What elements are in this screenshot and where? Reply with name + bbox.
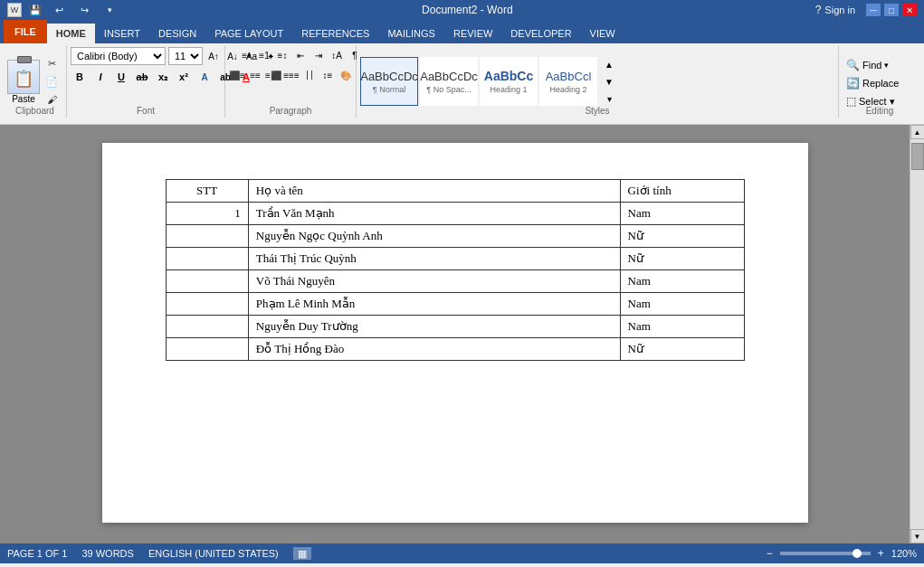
table-header-gender: Giới tính — [620, 180, 744, 203]
line-spacing-button[interactable]: ↕≡ — [319, 67, 336, 83]
cell-stt — [166, 225, 248, 248]
tab-home[interactable]: HOME — [47, 24, 95, 43]
customize-qat-button[interactable]: ▾ — [100, 2, 119, 18]
tab-design[interactable]: DESIGN — [149, 24, 205, 43]
table-row: 1Trần Văn MạnhNam — [166, 203, 744, 225]
vertical-scrollbar[interactable]: ▲ ▼ — [910, 125, 924, 543]
paste-button[interactable]: 📋 Paste — [7, 60, 40, 104]
close-button[interactable]: ✕ — [902, 4, 917, 16]
grow-font-button[interactable]: A↑ — [205, 48, 222, 64]
redo-button[interactable]: ↪ — [74, 2, 94, 18]
document-page: STT Họ và tên Giới tính 1Trần Văn MạnhNa… — [102, 143, 808, 523]
font-family-select[interactable]: Calibri (Body) — [71, 47, 166, 65]
font-group: Calibri (Body) 11 A↑ A↓ Aa ✦ B I U ab x₂… — [67, 45, 225, 118]
text-effects-button[interactable]: A — [195, 69, 214, 85]
editing-group: 🔍 Find ▾ 🔄 Replace ⬚ Select ▾ Editing — [839, 45, 920, 118]
table-row: Thái Thị Trúc QuỳnhNữ — [166, 248, 744, 270]
cell-stt — [166, 270, 248, 293]
paragraph-group: ≡• ≡1 ≡↕ ⇤ ⇥ ↕A ¶ ⬛≡ ≡≡ ≡⬛ ≡≡≡ ⏐⏐ ↕≡ 🎨 ▦… — [225, 45, 357, 118]
scrollbar-thumb[interactable] — [911, 143, 924, 170]
underline-button[interactable]: U — [112, 69, 130, 85]
find-button[interactable]: 🔍 Find ▾ — [843, 57, 915, 73]
align-right-button[interactable]: ≡⬛ — [265, 67, 281, 83]
zoom-slider[interactable] — [780, 552, 871, 555]
style-heading2[interactable]: AaBbCcl Heading 2 — [539, 57, 597, 106]
undo-button[interactable]: ↩ — [49, 2, 69, 18]
tab-review[interactable]: REVIEW — [444, 24, 501, 43]
cell-gender: Nam — [620, 270, 744, 293]
multilevel-list-button[interactable]: ≡↕ — [274, 47, 291, 63]
zoom-level: 120% — [891, 548, 917, 559]
replace-icon: 🔄 — [846, 77, 860, 90]
cell-name: Nguyễn Ngọc Quỳnh Anh — [248, 225, 620, 248]
ribbon: 📋 Paste ✂ 📄 🖌 Clipboard Calibri (Body) 1… — [0, 43, 924, 125]
editing-label: Editing — [839, 106, 920, 116]
cell-name: Trần Văn Mạnh — [248, 203, 620, 225]
clipboard-group: 📋 Paste ✂ 📄 🖌 Clipboard — [4, 45, 67, 118]
cell-gender: Nữ — [620, 225, 744, 248]
tab-mailings[interactable]: MAILINGS — [378, 24, 444, 43]
shading-button[interactable]: 🎨 — [338, 67, 354, 83]
font-size-select[interactable]: 11 — [168, 47, 203, 65]
app-icon: W — [7, 3, 22, 17]
cell-name: Phạm Lê Minh Mẫn — [248, 293, 620, 316]
table-header-stt: STT — [166, 180, 248, 203]
align-center-button[interactable]: ≡≡ — [247, 67, 263, 83]
decrease-indent-button[interactable]: ⇤ — [292, 47, 309, 63]
align-left-button[interactable]: ⬛≡ — [229, 67, 245, 83]
table-header-name: Họ và tên — [248, 180, 620, 203]
numbering-button[interactable]: ≡1 — [256, 47, 272, 63]
minimize-button[interactable]: ─ — [866, 4, 881, 16]
cell-name: Nguyễn Duy Trường — [248, 316, 620, 338]
cell-stt — [166, 338, 248, 361]
replace-button[interactable]: 🔄 Replace — [843, 75, 915, 91]
copy-button[interactable]: 📄 — [42, 73, 62, 90]
style-heading1[interactable]: AaBbCc Heading 1 — [480, 57, 538, 106]
save-button[interactable]: 💾 — [27, 2, 43, 18]
cell-gender: Nam — [620, 203, 744, 225]
table-row: Phạm Lê Minh MẫnNam — [166, 293, 744, 316]
page-layout-icon[interactable]: ▦ — [293, 547, 311, 560]
italic-button[interactable]: I — [91, 69, 110, 85]
cell-name: Võ Thái Nguyên — [248, 270, 620, 293]
subscript-button[interactable]: x₂ — [154, 69, 172, 85]
sort-button[interactable]: ↕A — [329, 47, 345, 63]
bold-button[interactable]: B — [71, 69, 89, 85]
justify-button[interactable]: ≡≡≡ — [283, 67, 300, 83]
sign-in-label[interactable]: Sign in — [824, 5, 855, 15]
styles-scroll-up[interactable]: ▲ — [601, 56, 617, 72]
increase-indent-button[interactable]: ⇥ — [310, 47, 327, 63]
cell-stt — [166, 248, 248, 270]
styles-more[interactable]: ▾ — [601, 90, 617, 107]
find-icon: 🔍 — [846, 59, 860, 71]
help-button[interactable]: ? — [815, 4, 822, 16]
table-row: Nguyễn Duy TrườngNam — [166, 316, 744, 338]
tab-view[interactable]: VIEW — [581, 24, 624, 43]
styles-scroll-down[interactable]: ▼ — [601, 73, 617, 90]
paragraph-label: Paragraph — [225, 106, 356, 116]
page-info: PAGE 1 OF 1 — [7, 548, 67, 559]
maximize-button[interactable]: □ — [884, 4, 899, 16]
bullets-button[interactable]: ≡• — [238, 47, 254, 63]
tab-page-layout[interactable]: PAGE LAYOUT — [205, 24, 292, 43]
word-count: 39 WORDS — [81, 548, 133, 559]
table-row: Nguyễn Ngọc Quỳnh AnhNữ — [166, 225, 744, 248]
cut-button[interactable]: ✂ — [42, 55, 62, 71]
table-row: Võ Thái NguyênNam — [166, 270, 744, 293]
tab-file[interactable]: FILE — [4, 20, 47, 43]
scroll-up-button[interactable]: ▲ — [910, 125, 925, 139]
document-scroll-area[interactable]: STT Họ và tên Giới tính 1Trần Văn MạnhNa… — [0, 125, 910, 543]
tab-references[interactable]: REFERENCES — [292, 24, 378, 43]
scroll-down-button[interactable]: ▼ — [910, 529, 925, 543]
column-button[interactable]: ⏐⏐ — [301, 67, 318, 83]
cell-name: Đỗ Thị Hồng Đào — [248, 338, 620, 361]
style-normal[interactable]: AaBbCcDc ¶ Normal — [360, 57, 418, 106]
tab-developer[interactable]: DEVELOPER — [501, 24, 580, 43]
zoom-out-button[interactable]: − — [767, 547, 773, 560]
superscript-button[interactable]: x² — [175, 69, 193, 85]
zoom-in-button[interactable]: + — [878, 547, 884, 560]
font-label: Font — [67, 106, 224, 116]
style-no-spacing[interactable]: AaBbCcDc ¶ No Spac... — [420, 57, 478, 106]
tab-insert[interactable]: INSERT — [95, 24, 149, 43]
strikethrough-button[interactable]: ab — [133, 69, 151, 85]
